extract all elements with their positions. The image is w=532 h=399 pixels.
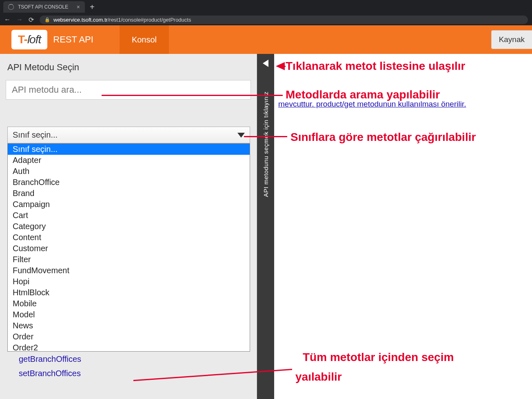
new-tab-button[interactable]: + <box>85 2 100 12</box>
method-link[interactable]: setBranchOffices <box>7 366 250 381</box>
collapse-strip[interactable]: API metodunu seçmek için tıklayınız <box>257 54 274 399</box>
method-link[interactable]: getBranchOffices <box>7 352 250 366</box>
nav-tab-konsol[interactable]: Konsol <box>120 25 169 54</box>
annotation-line-2 <box>102 95 283 96</box>
class-dropdown: Sınıf seçin... Sınıf seçin...AdapterAuth… <box>7 127 250 352</box>
dropdown-option[interactable]: Order2 <box>8 342 250 352</box>
reload-button[interactable]: ⟳ <box>29 16 34 24</box>
class-dropdown-toggle[interactable]: Sınıf seçin... <box>7 127 250 143</box>
brand-subtitle: REST API <box>53 34 93 45</box>
back-button[interactable]: ← <box>4 16 11 23</box>
url-text: webservice.tsoft.com.tr/rest1/console#pr… <box>53 17 191 23</box>
class-dropdown-list[interactable]: Sınıf seçin...AdapterAuthBranchOfficeBra… <box>7 143 250 352</box>
dropdown-option[interactable]: Brand <box>8 188 250 199</box>
annotation-arrow-tail <box>284 66 286 67</box>
logo-prefix: T- <box>18 33 27 46</box>
tab-favicon <box>8 4 14 10</box>
annotation-2: Metodlarda arama yapılabilir <box>286 88 440 102</box>
tab-bar: TSOFT API CONSOLE × + <box>0 0 532 14</box>
dropdown-option[interactable]: Hopi <box>8 276 250 287</box>
search-input[interactable] <box>6 80 251 100</box>
dropdown-option[interactable]: Sınıf seçin... <box>8 144 250 155</box>
dropdown-option[interactable]: Model <box>8 309 250 320</box>
app-header: T-ſoft REST API Konsol Kaynak <box>0 25 532 54</box>
annotation-1: Tıklanarak metot listesine ulaşılır <box>286 59 465 73</box>
annotation-4-line2: yaılabilir <box>295 370 342 384</box>
dropdown-selected-label: Sınıf seçin... <box>13 130 58 140</box>
dropdown-option[interactable]: Content <box>8 232 250 243</box>
lock-icon: 🔒 <box>44 17 50 22</box>
tab-title: TSOFT API CONSOLE <box>18 4 68 10</box>
dropdown-option[interactable]: News <box>8 320 250 331</box>
annotation-4-line1: Tüm metotlar içinden seçim <box>303 350 454 364</box>
url-path: /rest1/console#product/getProducts <box>108 17 191 23</box>
dropdown-option[interactable]: Category <box>8 221 250 232</box>
dropdown-option[interactable]: Filter <box>8 254 250 265</box>
url-bar[interactable]: 🔒 webservice.tsoft.com.tr/rest1/console#… <box>40 16 528 24</box>
dropdown-option[interactable]: Customer <box>8 243 250 254</box>
dropdown-option[interactable]: Auth <box>8 166 250 177</box>
logo-suffix: ſoft <box>27 33 41 46</box>
browser-tab[interactable]: TSOFT API CONSOLE × <box>3 1 85 13</box>
content-area: mevcuttur. product/get metodunun kullanı… <box>274 54 532 399</box>
dropdown-option[interactable]: FundMovement <box>8 265 250 276</box>
dropdown-option[interactable]: Cart <box>8 210 250 221</box>
dropdown-option[interactable]: HtmlBlock <box>8 287 250 298</box>
nav-button-kaynak[interactable]: Kaynak <box>491 30 532 49</box>
annotation-3: Sınıflara göre metotlar çağırılabilir <box>290 130 476 144</box>
browser-chrome: TSOFT API CONSOLE × + ← → ⟳ 🔒 webservice… <box>0 0 532 25</box>
dropdown-option[interactable]: Order <box>8 331 250 342</box>
dropdown-option[interactable]: BranchOffice <box>8 177 250 188</box>
dropdown-option[interactable]: Adapter <box>8 155 250 166</box>
tab-close-icon[interactable]: × <box>77 4 80 10</box>
sidebar-title: API Metodu Seçin <box>7 62 251 73</box>
forward-button[interactable]: → <box>16 16 23 23</box>
annotation-line-3 <box>244 136 287 137</box>
logo[interactable]: T-ſoft <box>11 30 47 49</box>
dropdown-option[interactable]: Campaign <box>8 199 250 210</box>
url-domain: webservice.tsoft.com.tr <box>53 17 108 23</box>
method-links: getBranchOfficessetBranchOffices <box>7 352 250 381</box>
address-bar-row: ← → ⟳ 🔒 webservice.tsoft.com.tr/rest1/co… <box>0 14 532 25</box>
dropdown-option[interactable]: Mobile <box>8 298 250 309</box>
collapse-arrow-icon <box>263 60 268 67</box>
collapse-vertical-text: API metodunu seçmek için tıklayınız <box>262 91 269 197</box>
annotation-arrow-icon <box>276 62 285 70</box>
